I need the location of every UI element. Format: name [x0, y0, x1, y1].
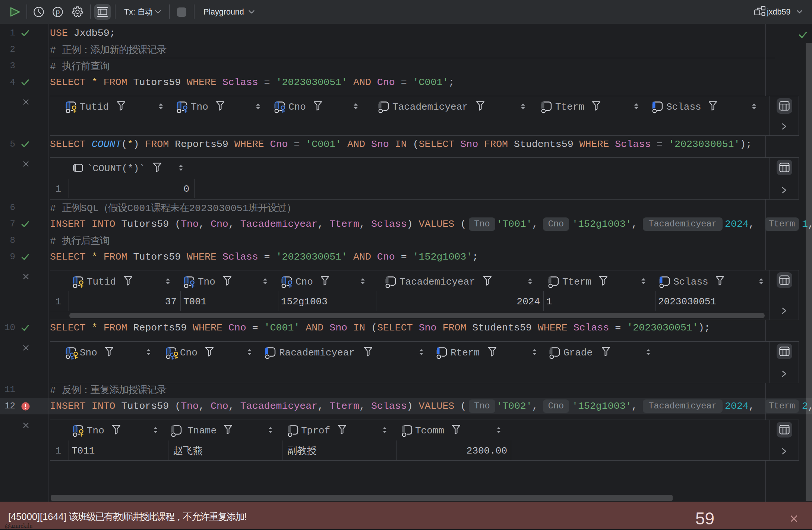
svg-text:p: p	[56, 8, 60, 16]
